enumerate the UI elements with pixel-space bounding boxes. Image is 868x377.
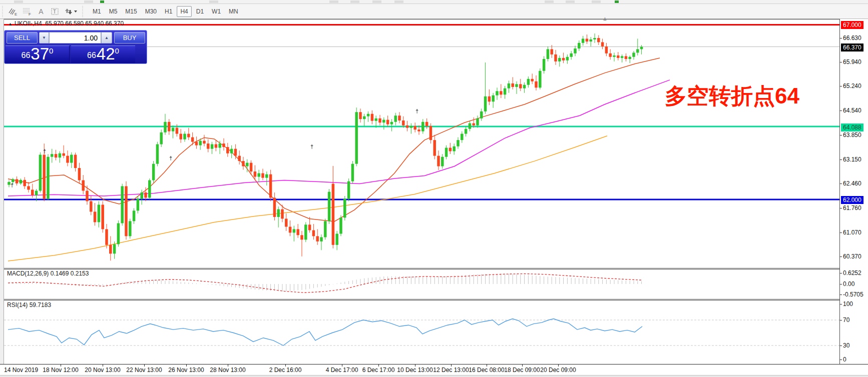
- arrow-tools-dropdown-icon[interactable]: [62, 6, 80, 18]
- toolbar-grip[interactable]: [82, 6, 84, 17]
- candle-body: [461, 134, 464, 140]
- time-axis-label: 4 Dec 17:00: [326, 366, 358, 374]
- price-axis-label: 63.150: [843, 156, 861, 164]
- candle-body: [152, 164, 155, 180]
- timeframe-group: M1M5M15M30H1H4D1W1MN: [89, 6, 243, 17]
- candle-body: [281, 210, 284, 219]
- timeframe-button-mn[interactable]: MN: [225, 6, 242, 17]
- buy-button[interactable]: BUY: [114, 32, 145, 44]
- timeframe-button-m30[interactable]: M30: [142, 6, 160, 17]
- timeframe-button-w1[interactable]: W1: [208, 6, 224, 17]
- candle-body: [343, 199, 346, 218]
- chart-text-annotation[interactable]: 多空转折点64: [665, 82, 799, 111]
- chart-shift-marker-icon[interactable]: ▲: [602, 16, 608, 22]
- price-scale[interactable]: 67.00066.63066.37065.94065.24064.54064.0…: [840, 19, 868, 375]
- candle-body: [480, 112, 483, 118]
- chart-object-marker[interactable]: †: [415, 108, 418, 114]
- candle-body: [293, 229, 296, 232]
- candle-body: [265, 174, 268, 178]
- candle-body: [176, 128, 179, 134]
- candle-body: [359, 112, 362, 119]
- time-axis-label: 12 Dec 13:00: [433, 366, 469, 374]
- candle-body: [445, 148, 448, 156]
- candle-body: [621, 56, 624, 58]
- timeframe-button-m5[interactable]: M5: [106, 6, 121, 17]
- sell-price-fraction: 0: [49, 47, 53, 54]
- candle-body: [374, 118, 377, 121]
- candle-body: [35, 190, 38, 195]
- volume-decrease-button[interactable]: ▼: [39, 32, 49, 44]
- candle-body: [304, 224, 307, 240]
- timeframe-button-m1[interactable]: M1: [89, 6, 105, 17]
- candle-body: [183, 134, 186, 140]
- sell-price-display[interactable]: 66 37 0: [6, 46, 70, 63]
- candle-body: [554, 54, 557, 62]
- chart-object-marker[interactable]: †: [43, 148, 46, 154]
- volume-input[interactable]: [49, 32, 101, 44]
- candle-body: [398, 116, 401, 120]
- time-axis-label: 26 Nov 13:00: [168, 366, 204, 374]
- candle-body: [218, 144, 221, 148]
- candle-body: [140, 192, 143, 199]
- candle-body: [121, 186, 124, 223]
- candle-body: [574, 48, 577, 54]
- timeframe-button-d1[interactable]: D1: [193, 6, 207, 17]
- timeframe-button-m15[interactable]: M15: [122, 6, 140, 17]
- rsi-axis-label: 30: [843, 342, 849, 350]
- timeframe-button-h4[interactable]: H4: [177, 6, 191, 17]
- candle-body: [511, 84, 514, 87]
- sell-price-whole: 66: [22, 49, 31, 62]
- candle-body: [94, 212, 97, 222]
- time-axis-label: 20 Dec 09:00: [540, 366, 576, 374]
- candle-body: [578, 43, 581, 48]
- timeframe-button-h1[interactable]: H1: [161, 6, 176, 17]
- volume-increase-button[interactable]: ▲: [101, 32, 112, 44]
- sell-button[interactable]: SELL: [7, 32, 38, 44]
- candle-body: [488, 96, 491, 102]
- candle-body: [78, 168, 81, 180]
- chart-object-marker[interactable]: †: [310, 144, 313, 150]
- candle-body: [164, 122, 167, 132]
- collapse-triangle-icon[interactable]: ▲: [8, 22, 13, 26]
- candle-body: [632, 52, 635, 56]
- price-axis-label: 63.850: [843, 131, 861, 139]
- draw-text-icon[interactable]: A: [34, 6, 48, 18]
- draw-fibo-grid-icon[interactable]: F: [20, 6, 34, 18]
- candle-body: [23, 180, 26, 186]
- candle-body: [413, 126, 416, 130]
- candle-body: [508, 84, 511, 88]
- candle-body: [402, 120, 405, 126]
- candle-body: [144, 192, 147, 198]
- candle-body: [308, 224, 311, 230]
- candle-body: [98, 204, 101, 222]
- candle-body: [109, 245, 112, 254]
- candle-body: [250, 163, 253, 172]
- candle-body: [417, 130, 420, 131]
- candle-body: [234, 149, 237, 156]
- rsi-axis-label: 0: [843, 356, 846, 364]
- chart-object-marker[interactable]: †: [11, 182, 14, 188]
- toolbar-grip[interactable]: [2, 6, 4, 17]
- chart-ohlc-values: 65.970 66.580 65.940 66.370: [45, 20, 124, 27]
- candle-body: [519, 84, 522, 88]
- time-axis-label: 10 Dec 13:00: [397, 366, 432, 374]
- time-scale[interactable]: 14 Nov 201918 Nov 12:0020 Nov 13:0022 No…: [0, 364, 868, 375]
- candle-body: [300, 235, 303, 240]
- svg-text:T: T: [53, 9, 56, 14]
- candle-body: [125, 186, 128, 236]
- chart-canvas[interactable]: †††††: [4, 19, 840, 364]
- candle-body: [472, 124, 475, 126]
- candle-body: [62, 154, 65, 156]
- candle-body: [335, 234, 338, 244]
- candle-body: [394, 116, 397, 122]
- candle-body: [222, 144, 225, 147]
- time-axis-label: 22 Nov 13:00: [126, 366, 162, 374]
- candle-body: [640, 46, 643, 49]
- candle-body: [339, 218, 342, 234]
- draw-channel-icon[interactable]: E: [6, 6, 20, 18]
- candle-body: [457, 140, 460, 146]
- candle-body: [137, 199, 140, 211]
- chart-object-marker[interactable]: †: [169, 155, 172, 161]
- draw-textbox-icon[interactable]: T: [48, 6, 62, 18]
- buy-price-display[interactable]: 66 42 0: [71, 46, 135, 63]
